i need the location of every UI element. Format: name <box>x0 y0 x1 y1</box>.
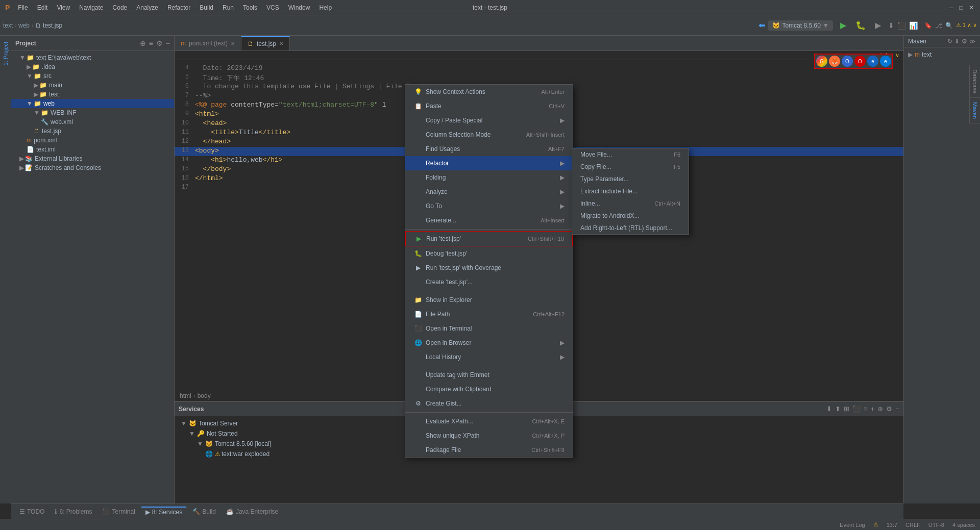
edge-icon[interactable]: e <box>880 56 891 67</box>
sort-icon[interactable]: ⬆ <box>835 405 841 413</box>
tree-item-idea[interactable]: ▶ 📁 .idea <box>11 62 174 71</box>
breadcrumb-web[interactable]: web <box>18 22 30 29</box>
run-config-selector[interactable]: 🐱 Tomcat 8.5.60 ▼ <box>768 20 832 31</box>
maven-download-icon[interactable]: ⬇ <box>954 38 960 45</box>
opera-mini-icon[interactable]: O <box>842 56 853 67</box>
ctx-copy-paste-special[interactable]: Copy / Paste Special ▶ <box>405 113 573 128</box>
opera-icon[interactable]: O <box>854 56 866 67</box>
tree-item-test[interactable]: ▶ 📁 test <box>11 90 174 99</box>
menu-vcs[interactable]: VCS <box>262 3 283 13</box>
ctx-compare-clipboard[interactable]: Compare with Clipboard <box>405 382 573 396</box>
ctx-show-context-actions[interactable]: 💡 Show Context Actions Alt+Enter <box>405 85 573 99</box>
tree-item-webinf[interactable]: ▼ 📁 WEB-INF <box>11 108 174 117</box>
ie-icon[interactable]: e <box>867 56 878 67</box>
breadcrumb-body[interactable]: body <box>198 392 211 399</box>
menu-tools[interactable]: Tools <box>239 3 261 13</box>
ctx-goto[interactable]: Go To ▶ <box>405 199 573 213</box>
tab-testjsp[interactable]: 🗋 test.jsp ✕ <box>241 36 290 51</box>
vtab-database[interactable]: Database <box>969 65 980 98</box>
debug-button[interactable]: 🐛 <box>853 18 868 33</box>
close-services-icon[interactable]: − <box>895 405 899 413</box>
project-tab[interactable]: 1: Project <box>1 38 10 69</box>
menu-file[interactable]: File <box>14 3 32 13</box>
ctx-local-history[interactable]: Local History ▶ <box>405 350 573 364</box>
sub-move-file[interactable]: Move File... F6 <box>572 148 689 161</box>
ctx-analyze[interactable]: Analyze ▶ <box>405 185 573 199</box>
menu-window[interactable]: Window <box>284 3 314 13</box>
bottom-tab-services[interactable]: ▶ 8: Services <box>141 507 186 517</box>
ctx-folding[interactable]: Folding ▶ <box>405 170 573 185</box>
maven-settings-icon[interactable]: ⚙ <box>962 38 967 45</box>
breadcrumb-file[interactable]: 🗋 test.jsp <box>35 22 62 29</box>
maven-more-icon[interactable]: ≫ <box>969 38 976 45</box>
vtab-maven[interactable]: Maven <box>969 98 980 123</box>
ctx-run-testjsp[interactable]: ▶ Run 'test.jsp' Ctrl+Shift+F10 <box>405 231 573 246</box>
sub-type-parameter[interactable]: Type Parameter... <box>572 173 689 185</box>
ctx-paste[interactable]: 📋 Paste Ctrl+V <box>405 99 573 113</box>
ctx-create-gist[interactable]: ⚙ Create Gist... <box>405 396 573 411</box>
ctx-evaluate-xpath[interactable]: Evaluate XPath... Ctrl+Alt+X, E <box>405 414 573 428</box>
ctx-refactor[interactable]: Refactor ▶ <box>405 156 573 170</box>
close-button[interactable]: ✕ <box>968 4 975 11</box>
ctx-run-coverage[interactable]: ▶ Run 'test.jsp' with Coverage <box>405 261 573 275</box>
run-button[interactable]: ▶ <box>836 18 850 33</box>
chrome-icon[interactable]: G <box>816 56 827 67</box>
settings-icon[interactable]: ⚙ <box>156 39 163 47</box>
menu-build[interactable]: Build <box>195 3 217 13</box>
maven-refresh-icon[interactable]: ↻ <box>947 38 952 45</box>
tab-close-testjsp[interactable]: ✕ <box>279 41 283 46</box>
menu-code[interactable]: Code <box>109 3 132 13</box>
menu-run[interactable]: Run <box>218 3 238 13</box>
tab-pomxml[interactable]: m pom.xml (text) ✕ <box>175 36 241 51</box>
navigate-icon[interactable]: ⬅ <box>758 20 765 30</box>
sub-copy-file[interactable]: Copy File... F5 <box>572 161 689 173</box>
ctx-update-emmet[interactable]: Update tag with Emmet <box>405 368 573 382</box>
warning-indicator[interactable]: ⚠ 1 ∧ ∨ <box>956 22 977 29</box>
line-ending[interactable]: CRLF <box>905 522 920 528</box>
event-log-label[interactable]: Event Log <box>840 522 865 528</box>
vcs-button[interactable]: ⎇ <box>935 22 942 29</box>
sub-extract-include[interactable]: Extract Include File... <box>572 185 689 197</box>
ctx-find-usages[interactable]: Find Usages Alt+F7 <box>405 142 573 156</box>
expand-all-icon[interactable]: ⊕ <box>877 405 883 413</box>
collapse-icon[interactable]: ≡ <box>149 39 153 47</box>
bottom-tab-terminal[interactable]: ⬛ Terminal <box>98 507 139 516</box>
tree-item-ext-libs[interactable]: ▶ 📚 External Libraries <box>11 154 174 163</box>
search-everywhere-button[interactable]: 🔍 <box>945 22 953 29</box>
profiler-button[interactable]: 📊 <box>909 21 918 30</box>
minimize-panel-icon[interactable]: − <box>166 39 170 47</box>
add-icon[interactable]: ⊕ <box>140 39 146 47</box>
ctx-show-explorer[interactable]: 📁 Show in Explorer <box>405 293 573 307</box>
maven-item-text[interactable]: ▶ m text <box>906 49 978 60</box>
ctx-package-file[interactable]: Package File Ctrl+Shift+F9 <box>405 443 573 457</box>
menu-edit[interactable]: Edit <box>33 3 52 13</box>
minimize-button[interactable]: ─ <box>947 4 954 11</box>
bookmark-button[interactable]: 🔖 <box>924 22 932 29</box>
add-service-icon[interactable]: + <box>871 405 875 413</box>
ctx-file-path[interactable]: 📄 File Path Ctrl+Alt+F12 <box>405 307 573 321</box>
tree-item-scratches[interactable]: ▶ 📝 Scratches and Consoles <box>11 163 174 172</box>
menu-help[interactable]: Help <box>315 3 336 13</box>
maximize-button[interactable]: □ <box>958 4 965 11</box>
tree-item-root[interactable]: ▼ 📁 text E:\java\web\text <box>11 53 174 62</box>
group-icon[interactable]: ⊞ <box>844 405 849 413</box>
bottom-tab-java-enterprise[interactable]: ☕ Java Enterprise <box>222 507 282 516</box>
ctx-show-unique-xpath[interactable]: Show unique XPath Ctrl+Alt+X, P <box>405 428 573 443</box>
filter-icon[interactable]: ⬇ <box>826 405 832 413</box>
menu-refactor[interactable]: Refactor <box>163 3 194 13</box>
ctx-generate[interactable]: Generate... Alt+Insert <box>405 213 573 228</box>
coverage-button[interactable]: ▶ <box>871 18 885 33</box>
breadcrumb-html[interactable]: html <box>180 392 191 399</box>
tree-item-testjsp[interactable]: 🗋 test.jsp <box>11 127 174 136</box>
tree-item-textiml[interactable]: 📄 text.iml <box>11 145 174 154</box>
bottom-tab-todo[interactable]: ☰ TODO <box>15 507 48 516</box>
sub-rtl-support[interactable]: Add Right-to-Left (RTL) Support... <box>572 222 689 234</box>
menu-view[interactable]: View <box>53 3 74 13</box>
settings2-icon[interactable]: ⚙ <box>886 405 892 413</box>
tab-close-pomxml[interactable]: ✕ <box>231 41 235 46</box>
tree-item-src[interactable]: ▼ 📁 src <box>11 71 174 81</box>
tree-item-main[interactable]: ▶ 📁 main <box>11 81 174 90</box>
tree-item-pomxml[interactable]: m pom.xml <box>11 136 174 145</box>
ctx-column-selection[interactable]: Column Selection Mode Alt+Shift+Insert <box>405 128 573 142</box>
bottom-tab-build[interactable]: 🔨 Build <box>188 507 220 516</box>
